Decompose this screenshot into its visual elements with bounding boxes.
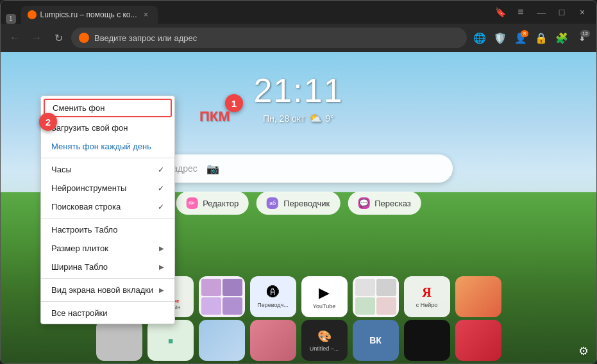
minimize-button[interactable]: — <box>532 3 550 21</box>
tile-youtube[interactable]: ▶ YouTube <box>301 276 348 317</box>
multi-grid <box>353 276 399 317</box>
maximize-button[interactable]: □ <box>553 3 571 21</box>
back-button[interactable]: ← <box>6 29 24 47</box>
tab-favicon <box>28 10 37 19</box>
menu-label-neuro-tools: Нейроинструменты <box>51 183 126 193</box>
translator-label: Переводчик <box>283 199 330 208</box>
quick-btn-editor[interactable]: ✏ Редактор <box>176 192 249 215</box>
menu-label-tile-size: Размер плиток <box>51 244 108 253</box>
tile-gray[interactable] <box>96 320 142 361</box>
hamburger-menu-button[interactable]: ≡ <box>512 3 530 21</box>
menu-item-customize[interactable]: Настроить Табло <box>41 220 174 239</box>
annotation-1-label: 1 <box>231 98 237 109</box>
green-text: ◼ <box>167 336 174 345</box>
tile-pink[interactable] <box>250 320 296 361</box>
clock-display: 21:11 Пн, 28 окт ⛅ 9° <box>253 71 343 124</box>
menu-item-search-bar[interactable]: Поисковая строка ✓ <box>41 197 174 216</box>
browser-frame: 1 Lumpics.ru – помощь с ко... × 🔖 ≡ — □ … <box>0 0 597 364</box>
reload-button[interactable]: ↻ <box>49 29 67 47</box>
tile-vk[interactable]: ВК <box>353 320 399 361</box>
window-close-button[interactable]: × <box>573 3 591 21</box>
tile-dark[interactable] <box>404 320 450 361</box>
youtube-icon: ▶ <box>319 285 330 301</box>
download-icon[interactable]: ⬇ 12 <box>573 29 591 47</box>
camera-icon[interactable]: 📷 <box>204 160 222 178</box>
tile-neuro[interactable]: Я с Нейро <box>404 276 450 317</box>
menu-label-upload-bg: Загрузить свой фон <box>51 123 128 133</box>
tile-size-arrow: ▶ <box>159 245 164 252</box>
menu-item-clock[interactable]: Часы ✓ <box>41 160 174 179</box>
tile-neuro-label: с Нейро <box>416 302 438 308</box>
clock-time: 21:11 <box>253 71 343 110</box>
clock-checkmark: ✓ <box>158 165 164 174</box>
search-checkmark: ✓ <box>158 203 164 211</box>
tab-bar: 1 Lumpics.ru – помощь с ко... × 🔖 ≡ — □ … <box>1 1 596 24</box>
tile-translator[interactable]: 🅐 Переводч... <box>250 276 296 317</box>
menu-separator-4 <box>41 301 174 302</box>
new-tab-arrow: ▶ <box>159 286 164 294</box>
tab-item[interactable]: Lumpics.ru – помощь с ко... × <box>21 6 158 24</box>
vk-logo: ВК <box>369 335 382 345</box>
quick-btn-translator[interactable]: аб Переводчик <box>256 192 340 215</box>
bottom-settings-icon[interactable]: ⚙ <box>578 344 589 358</box>
temperature: 9° <box>326 113 334 124</box>
tile-multi[interactable] <box>353 276 399 317</box>
forward-button[interactable]: → <box>28 29 46 47</box>
quick-actions: ✏ Редактор аб Переводчик 💬 Пересказ <box>176 192 421 215</box>
neuro-logo: Я <box>422 285 431 300</box>
tile-color[interactable] <box>455 276 501 317</box>
menu-item-tile-width[interactable]: Ширина Табло ▶ <box>41 258 174 276</box>
tile-blue[interactable] <box>199 320 245 361</box>
toolbar-right: 🌐 🛡️ 👤 8 🔒 🧩 ⬇ 12 <box>471 29 591 47</box>
menu-label-daily-bg: Менять фон каждый день <box>51 142 151 151</box>
globe-icon[interactable]: 🌐 <box>471 29 489 47</box>
translator-tile-icon: 🅐 <box>267 285 280 300</box>
quick-btn-retelling[interactable]: 💬 Пересказ <box>348 192 421 215</box>
menu-item-neuro-tools[interactable]: Нейроинструменты ✓ <box>41 179 174 197</box>
address-bar[interactable]: Введите запрос или адрес <box>71 28 467 48</box>
wb-grid <box>199 276 245 317</box>
translator-icon: аб <box>267 197 278 209</box>
tile-wb[interactable] <box>199 276 245 317</box>
tile-red[interactable] <box>455 320 501 361</box>
tab-number: 1 <box>6 14 16 24</box>
menu-label-change-bg: Сменить фон <box>53 103 105 113</box>
user-badge: 8 <box>521 30 528 37</box>
search-bar[interactable]: или адрес 📷 <box>145 154 453 183</box>
menu-item-daily-bg[interactable]: Менять фон каждый день <box>41 137 174 156</box>
menu-item-upload-bg[interactable]: Загрузить свой фон <box>41 119 174 137</box>
search-container: или адрес 📷 <box>145 154 453 183</box>
menu-item-tile-size[interactable]: Размер плиток ▶ <box>41 239 174 258</box>
editor-icon: ✏ <box>186 197 198 209</box>
neuro-checkmark: ✓ <box>158 184 164 193</box>
menu-label-customize: Настроить Табло <box>51 225 118 235</box>
retelling-label: Пересказ <box>374 199 411 208</box>
tile-green[interactable]: ◼ <box>147 320 194 361</box>
bookmark-icon[interactable]: 🔖 <box>491 3 509 21</box>
multi-cell <box>355 297 375 315</box>
user-icon[interactable]: 👤 8 <box>512 29 530 47</box>
menu-item-all-settings[interactable]: Все настройки <box>41 304 174 322</box>
editor-label: Редактор <box>203 199 239 208</box>
download-badge: 12 <box>580 30 590 37</box>
tiles-row-2: ◼ 🎨 Untitled –... ВК <box>96 320 501 361</box>
tile-figma[interactable]: 🎨 Untitled –... <box>301 320 348 361</box>
context-menu: Сменить фон Загрузить свой фон Менять фо… <box>40 95 175 324</box>
shield-icon[interactable]: 🛡️ <box>491 29 509 47</box>
menu-item-new-tab-view[interactable]: Вид экрана новой вкладки ▶ <box>41 281 174 299</box>
annotation-2: 2 <box>39 113 57 131</box>
menu-item-change-bg[interactable]: Сменить фон <box>44 99 172 117</box>
tab-close-button[interactable]: × <box>141 10 151 20</box>
lock-icon[interactable]: 🔒 <box>532 29 550 47</box>
wb-cell <box>223 297 242 315</box>
clock-date-text: Пн, 28 окт <box>263 113 305 124</box>
multi-cell <box>376 279 396 296</box>
wb-cell <box>201 279 221 296</box>
weather-icon: ⛅ <box>309 112 322 124</box>
wb-cell <box>223 279 242 296</box>
menu-label-clock: Часы <box>51 165 72 174</box>
multi-cell <box>355 279 375 296</box>
extensions-icon[interactable]: 🧩 <box>553 29 571 47</box>
figma-icon: 🎨 <box>317 329 332 343</box>
address-text: Введите запрос или адрес <box>94 33 459 43</box>
